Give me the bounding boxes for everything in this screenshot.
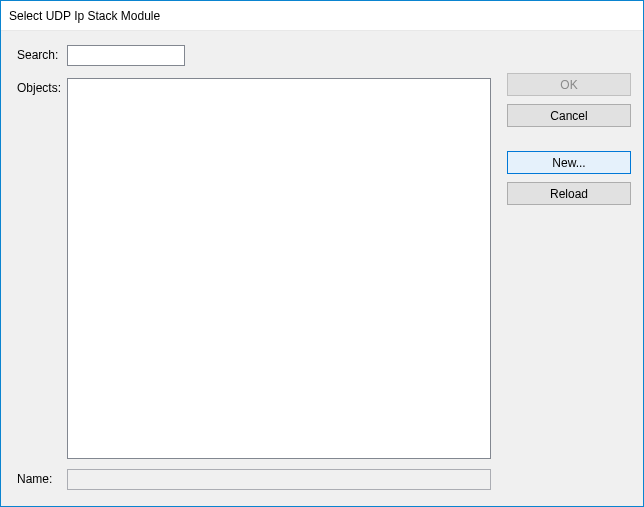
dialog-window: Select UDP Ip Stack Module Search: Objec… [0,0,644,507]
name-row: Name: [17,469,631,490]
ok-button: OK [507,73,631,96]
objects-listbox[interactable] [67,78,491,459]
search-input[interactable] [67,45,185,66]
name-label: Name: [17,469,67,486]
objects-label: Objects: [17,78,67,95]
reload-button[interactable]: Reload [507,182,631,205]
name-input[interactable] [67,469,491,490]
new-button[interactable]: New... [507,151,631,174]
cancel-button[interactable]: Cancel [507,104,631,127]
search-label: Search: [17,45,67,62]
search-row: Search: [17,45,631,66]
content-area: Search: Objects: Name: OK Cancel New... … [1,31,643,506]
window-title: Select UDP Ip Stack Module [9,9,160,23]
button-column: OK Cancel New... Reload [507,73,631,205]
titlebar[interactable]: Select UDP Ip Stack Module [1,1,643,31]
